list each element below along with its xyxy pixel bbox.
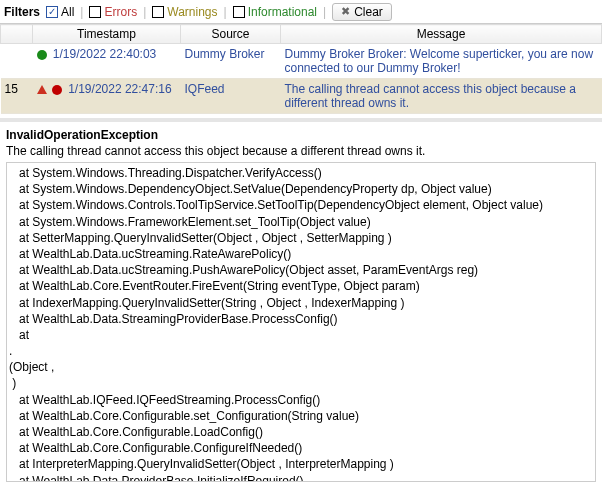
separator: | [80,5,83,19]
error-triangle-icon [37,85,47,94]
filter-errors-label: Errors [104,5,137,19]
detail-panel: InvalidOperationException The calling th… [0,118,602,482]
checkbox-icon [89,6,101,18]
filter-all-label: All [61,5,74,19]
filter-toolbar: Filters ✓ All | Errors | Warnings | Info… [0,0,602,24]
exception-title: InvalidOperationException [6,128,596,142]
row-timestamp[interactable]: 1/19/2022 22:47:16 [68,82,171,96]
row-timestamp[interactable]: 1/19/2022 22:40:03 [53,47,156,61]
stack-trace: at System.Windows.Threading.Dispatcher.V… [7,163,595,482]
clear-icon: ✖ [341,5,350,18]
checkbox-icon [152,6,164,18]
row-source[interactable]: Dummy Broker [185,47,265,61]
filter-errors-checkbox[interactable]: Errors [89,5,137,19]
filter-informational-checkbox[interactable]: Informational [233,5,317,19]
checkbox-icon [233,6,245,18]
column-timestamp[interactable]: Timestamp [33,25,181,44]
filter-warnings-checkbox[interactable]: Warnings [152,5,217,19]
table-row[interactable]: 1/19/2022 22:40:03 Dummy Broker Dummy Br… [1,44,602,79]
filter-informational-label: Informational [248,5,317,19]
separator: | [143,5,146,19]
row-index [1,44,33,79]
check-icon: ✓ [46,6,58,18]
row-message: Dummy Broker Broker: Welcome superticker… [285,47,594,75]
row-message: The calling thread cannot access this ob… [285,82,577,110]
stack-trace-container[interactable]: at System.Windows.Threading.Dispatcher.V… [6,162,596,482]
column-message[interactable]: Message [281,25,602,44]
column-index[interactable] [1,25,33,44]
clear-button-label: Clear [354,5,383,19]
filter-warnings-label: Warnings [167,5,217,19]
clear-button[interactable]: ✖ Clear [332,3,392,21]
separator: | [323,5,326,19]
exception-description: The calling thread cannot access this ob… [6,144,596,158]
status-dot-icon [52,85,62,95]
row-timestamp-cell: 1/19/2022 22:40:03 [33,44,181,79]
status-dot-icon [37,50,47,60]
row-timestamp-cell: 1/19/2022 22:47:16 [33,79,181,114]
table-header-row: Timestamp Source Message [1,25,602,44]
column-source[interactable]: Source [181,25,281,44]
table-row[interactable]: 15 1/19/2022 22:47:16 IQFeed The calling… [1,79,602,114]
filters-label: Filters [4,5,40,19]
row-source[interactable]: IQFeed [185,82,225,96]
filter-all-checkbox[interactable]: ✓ All [46,5,74,19]
separator: | [224,5,227,19]
row-index: 15 [1,79,33,114]
log-table: Timestamp Source Message 1/19/2022 22:40… [0,24,602,114]
